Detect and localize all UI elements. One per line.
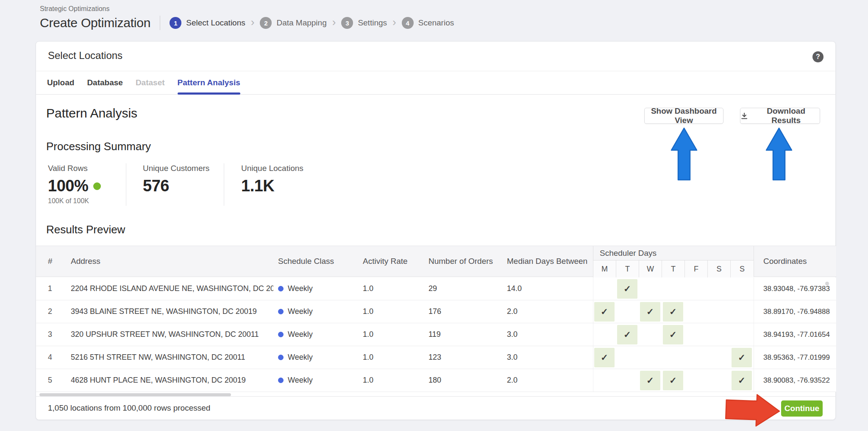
stat-value: 1.1K [241,177,274,195]
table-row: 54628 HUNT PLACE NE, WASHINGTON, DC 2001… [36,369,836,392]
day-header-tue: T [616,260,639,277]
check-icon: ✓ [601,307,608,317]
row-address: 4628 HUNT PLACE NE, WASHINGTON, DC 20019 [71,369,246,392]
row-address: 320 UPSHUR STREET NW, WASHINGTON, DC 200… [71,323,259,346]
horizontal-scrollbar[interactable] [39,393,231,396]
row-coordinates: 38.90083, -76.93522 [763,369,830,392]
row-orders: 180 [428,369,441,392]
table-header: # Address Schedule Class Activity Rate N… [36,246,836,277]
row-median-days: 3.0 [507,323,517,346]
help-icon[interactable]: ? [812,51,823,62]
column-divider [754,323,754,346]
column-divider [754,369,754,392]
tab-pattern-analysis[interactable]: Pattern Analysis [178,71,240,94]
check-icon: ✓ [738,375,746,386]
row-activity-rate: 1.0 [363,346,373,369]
weekly-dot-icon [278,332,284,337]
row-median-days: 14.0 [507,277,522,300]
scheduler-day-checked-cell: ✓ [663,371,683,390]
stat-value: 576 [143,177,169,195]
row-activity-rate: 1.0 [363,277,373,300]
row-median-days: 2.0 [507,369,517,392]
continue-button[interactable]: Continue [781,400,823,417]
page-title: Create Optimization [40,16,150,30]
check-icon: ✓ [623,330,631,340]
scheduler-day-checked-cell: ✓ [594,302,615,322]
card-footer: 1,050 locations from 100,000 rows proces… [36,396,835,420]
table-row: 45216 5TH STREET NW, WASHINGTON, DC 2001… [36,346,836,369]
download-icon [740,112,748,120]
tab-upload[interactable]: Upload [47,71,74,94]
step-number-badge: 4 [402,17,414,29]
row-number: 5 [48,369,52,392]
vertical-scrollbar-thumb[interactable] [825,282,829,285]
row-schedule-class: Weekly [278,346,313,369]
column-header-schedule-class: Schedule Class [278,246,334,277]
chevron-right-icon: › [332,17,336,28]
footer-summary: 1,050 locations from 100,000 rows proces… [48,403,210,413]
column-header-address: Address [71,246,100,277]
table-row: 12204 RHODE ISLAND AVENUE NE, WASHINGTON… [36,277,836,300]
pattern-analysis-title: Pattern Analysis [46,106,137,120]
tab-database[interactable]: Database [87,71,123,94]
weekly-dot-icon [278,286,284,291]
column-divider [754,300,754,323]
breadcrumb[interactable]: Strategic Optimizations [40,5,110,13]
column-divider [593,369,593,392]
step-settings[interactable]: 3 Settings [341,17,387,29]
stat-divider [224,163,224,206]
row-number: 4 [48,346,52,369]
step-select-locations[interactable]: 1 Select Locations [170,17,245,29]
row-coordinates: 38.93048, -76.97383 [763,277,830,300]
row-number: 3 [48,323,52,346]
day-header-thu: T [662,260,684,277]
scheduler-day-checked-cell: ✓ [732,371,752,390]
show-dashboard-view-label: Show Dashboard View [645,106,723,125]
stat-divider [126,163,126,206]
day-header-sat: S [707,260,730,277]
step-data-mapping[interactable]: 2 Data Mapping [260,17,326,29]
row-address: 3943 BLAINE STREET NE, WASHINGTON, DC 20… [71,300,257,323]
row-coordinates: 38.94193, -77.01654 [763,323,830,346]
column-header-num: # [48,246,53,277]
table-row: 23943 BLAINE STREET NE, WASHINGTON, DC 2… [36,300,836,323]
scheduler-day-checked-cell: ✓ [617,279,637,299]
column-divider [593,300,593,323]
check-icon: ✓ [646,307,654,317]
check-icon: ✓ [669,375,677,386]
step-number-badge: 2 [260,17,272,29]
day-header-fri: F [684,260,707,277]
show-dashboard-view-button[interactable]: Show Dashboard View [644,108,723,124]
card-header: Select Locations ? [36,42,835,71]
row-orders: 29 [428,277,437,300]
stat-unique-locations: Unique Locations 1.1K [241,162,303,195]
day-header-sun: S [730,260,754,277]
download-results-button[interactable]: Download Results [740,108,820,124]
chevron-right-icon: › [251,17,255,28]
title-divider [160,16,160,30]
check-icon: ✓ [601,353,608,363]
check-icon: ✓ [669,307,677,317]
stat-label: Unique Customers [143,164,209,173]
day-header-mon: M [593,260,616,277]
column-header-median-days: Median Days Between [507,246,587,277]
results-preview-title: Results Preview [46,223,125,236]
row-activity-rate: 1.0 [363,369,373,392]
row-schedule-class: Weekly [278,369,313,392]
processing-summary-title: Processing Summary [46,140,151,153]
step-scenarios[interactable]: 4 Scenarios [402,17,454,29]
column-divider [754,346,754,369]
table-row: 3320 UPSHUR STREET NW, WASHINGTON, DC 20… [36,323,836,346]
column-divider [754,277,754,300]
row-address: 2204 RHODE ISLAND AVENUE NE, WASHINGTON,… [71,277,273,300]
step-number-badge: 1 [170,17,181,29]
weekly-dot-icon [278,355,284,360]
check-icon: ✓ [646,375,654,386]
select-locations-card: Select Locations ? Upload Database Datas… [36,41,836,420]
row-schedule-class: Weekly [278,300,313,323]
row-number: 2 [48,300,52,323]
step-label: Settings [358,18,387,28]
weekly-dot-icon [278,378,284,383]
stat-label: Valid Rows [48,164,101,173]
row-schedule-class: Weekly [278,323,313,346]
